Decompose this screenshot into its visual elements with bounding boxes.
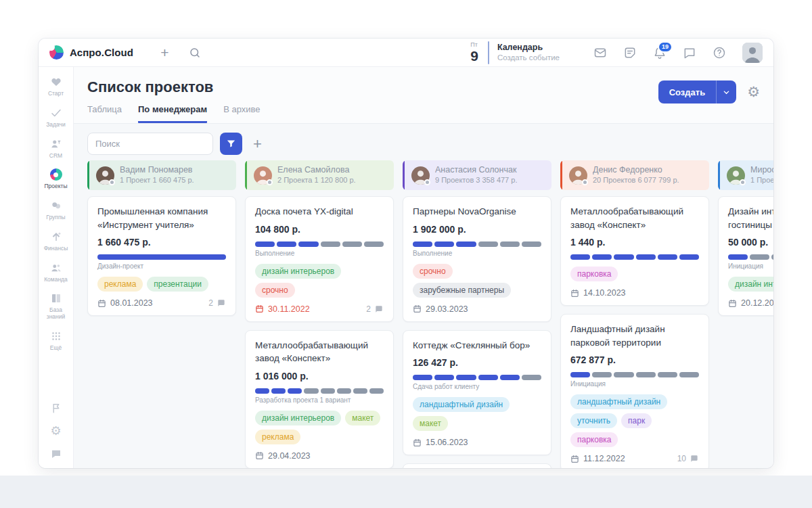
quick-add-button[interactable]: + <box>160 45 168 60</box>
pin-icon[interactable] <box>50 402 62 414</box>
column-header[interactable]: Анастасия Солончак9 Проектов 3 358 477 р… <box>403 160 551 190</box>
column-header[interactable]: Денис Федоренко20 Проектов 6 077 799 р. <box>560 160 709 190</box>
manager-info: Мирослава1 Проект <box>750 165 773 185</box>
tag[interactable]: макет <box>345 411 380 425</box>
mail-icon[interactable] <box>593 46 607 60</box>
project-card[interactable]: Здание бизнес-центра «Нова Проджект»670 … <box>403 463 551 468</box>
progress-segment <box>342 241 362 247</box>
tag[interactable]: дизайн интерьеров <box>728 277 773 292</box>
column-header[interactable]: Вадим Пономарев1 Проект 1 660 475 р. <box>87 160 236 190</box>
check-icon <box>49 106 63 120</box>
tag[interactable]: презентации <box>147 277 208 292</box>
user-avatar[interactable] <box>742 43 763 63</box>
sidebar-item-finance[interactable]: Финансы <box>39 230 73 252</box>
card-tags: дизайн интерьеровмакетреклама <box>255 411 384 444</box>
help-icon[interactable] <box>713 46 726 60</box>
topbar: Аспро.Cloud + Пт 9 Календарь Создать соб… <box>39 39 773 67</box>
filter-button[interactable] <box>220 133 242 155</box>
due-date: 11.12.2022 <box>570 454 625 463</box>
create-button[interactable]: Создать <box>658 80 736 103</box>
comments-count[interactable]: 10 <box>677 454 699 463</box>
sidebar-item-knowledge[interactable]: База знаний <box>39 292 73 321</box>
progress-segment <box>298 241 318 247</box>
manager-name: Денис Федоренко <box>593 165 679 176</box>
card-amount: 1 902 000 р. <box>413 224 541 235</box>
search-input[interactable] <box>87 133 213 155</box>
project-card[interactable]: Коттедж «Стеклянный бор»126 427 р.Сдача … <box>403 330 551 456</box>
tag[interactable]: дизайн интерьеров <box>255 411 341 425</box>
tag[interactable]: срочно <box>413 264 453 279</box>
manager-avatar <box>411 166 430 185</box>
tag[interactable]: срочно <box>255 283 295 298</box>
brand-logo-icon <box>49 45 64 60</box>
search-icon[interactable] <box>189 47 201 59</box>
sidebar-item-label: Ещё <box>50 345 62 352</box>
manager-avatar <box>96 166 114 185</box>
date-widget[interactable]: Пт 9 <box>470 42 478 63</box>
due-date-text: 20.12.2022 <box>741 298 773 308</box>
progress-bar <box>728 254 773 260</box>
card-tags: дизайн интерьеров <box>728 277 773 292</box>
tag[interactable]: парковка <box>570 432 618 447</box>
tag[interactable]: зарубежные партнеры <box>413 283 511 298</box>
sidebar-item-start[interactable]: Старт <box>39 75 73 97</box>
bell-icon[interactable]: 19 <box>653 46 667 60</box>
comments-count[interactable]: 2 <box>366 304 384 314</box>
manager-info: Елена Самойлова2 Проекта 1 120 800 р. <box>277 165 356 185</box>
comments-count[interactable]: 2 <box>208 298 226 308</box>
project-card[interactable]: Металлообрабатывающий завод «Конспект»1 … <box>560 196 709 306</box>
project-card[interactable]: Доска почета YX-digital104 800 р.Выполне… <box>245 196 394 322</box>
tab-table[interactable]: Таблица <box>87 104 122 123</box>
column-header[interactable]: Мирослава1 Проект <box>718 160 773 190</box>
chat-icon[interactable] <box>683 46 696 60</box>
calendar-widget[interactable]: Календарь Создать событие <box>497 43 560 63</box>
tag[interactable]: дизайн интерьеров <box>255 264 341 279</box>
due-date-text: 11.12.2022 <box>583 454 625 463</box>
project-card[interactable]: Металлообрабатывающий завод «Конспект»1 … <box>245 330 394 468</box>
progress-segment <box>771 254 773 260</box>
tab-archive[interactable]: В архиве <box>223 104 260 123</box>
sidebar-item-projects[interactable]: Проекты <box>39 168 73 190</box>
tag[interactable]: уточнить <box>570 413 617 428</box>
sidebar-item-crm[interactable]: CRM <box>39 137 73 160</box>
project-card[interactable]: Ландшафтный дизайн парковой территории67… <box>560 314 709 468</box>
sidebar-item-tasks[interactable]: Задачи <box>39 106 73 129</box>
tag[interactable]: макет <box>413 416 448 431</box>
tab-by-managers[interactable]: По менеджерам <box>138 104 207 123</box>
add-filter-button[interactable]: + <box>253 137 262 152</box>
tag[interactable]: парк <box>621 413 652 428</box>
support-chat-icon[interactable] <box>50 448 62 460</box>
tag[interactable]: реклама <box>255 430 300 444</box>
chevron-down-icon[interactable] <box>716 80 736 103</box>
progress-segment <box>304 388 318 394</box>
projects-icon <box>49 168 63 181</box>
tag[interactable]: ландшафтный дизайн <box>413 397 510 412</box>
sidebar-item-groups[interactable]: Группы <box>39 199 73 221</box>
calendar-icon <box>413 304 422 313</box>
project-card[interactable]: Дизайн интерьеров гостиницы50 000 р.Иниц… <box>718 196 773 316</box>
project-card[interactable]: Промышленная компания «Инструмент учител… <box>87 196 236 316</box>
main-content: Список проектов ТаблицаПо менеджерамВ ар… <box>74 67 773 468</box>
progress-segment <box>500 375 520 380</box>
gear-icon[interactable]: ⚙ <box>50 425 61 437</box>
progress-segment <box>413 375 432 380</box>
brand-name: Аспро.Cloud <box>70 47 133 58</box>
sidebar-item-more[interactable]: Ещё <box>39 329 73 352</box>
card-footer: 30.11.20222 <box>255 304 384 314</box>
project-card[interactable]: Партнеры NovaOrganise1 902 000 р.Выполне… <box>403 196 551 322</box>
due-date-text: 14.10.2023 <box>583 288 626 298</box>
tag[interactable]: парковка <box>570 267 618 281</box>
column-header[interactable]: Елена Самойлова2 Проекта 1 120 800 р. <box>245 160 394 190</box>
tag[interactable]: ландшафтный дизайн <box>570 394 667 409</box>
more-icon <box>49 329 63 343</box>
sidebar-item-team[interactable]: Команда <box>39 261 73 283</box>
note-icon[interactable] <box>623 46 637 60</box>
tag[interactable]: реклама <box>97 277 143 292</box>
settings-gear-icon[interactable]: ⚙ <box>747 80 760 103</box>
comment-icon <box>217 298 226 308</box>
calendar-icon <box>570 455 579 463</box>
board-column: Вадим Пономарев1 Проект 1 660 475 р.Пром… <box>87 160 236 316</box>
card-tags: ландшафтный дизайнмакет <box>413 397 541 431</box>
date-day: 9 <box>470 49 478 63</box>
due-date-text: 30.11.2022 <box>268 304 310 314</box>
